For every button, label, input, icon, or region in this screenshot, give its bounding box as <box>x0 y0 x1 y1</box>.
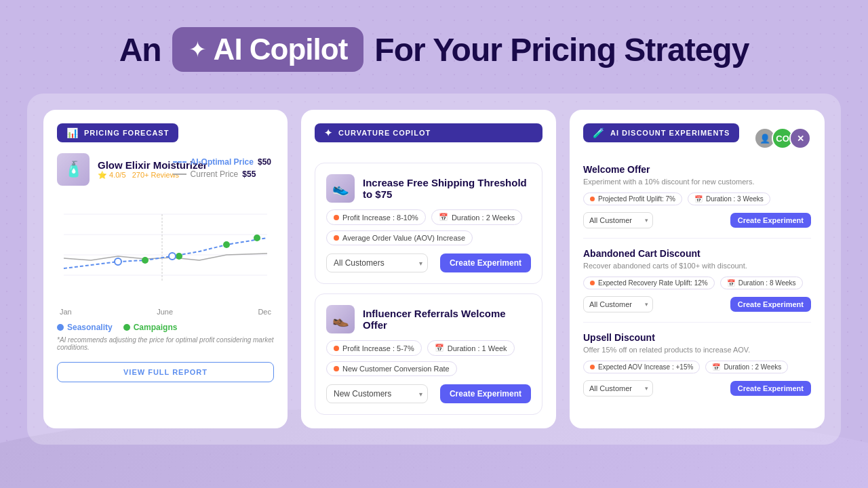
sparkle-icon: ✦ <box>189 37 207 62</box>
page-container: An ✦ AI Copilot For Your Pricing Strateg… <box>0 0 868 488</box>
upsell-dot1 <box>590 365 595 369</box>
forecast-icon: 📊 <box>66 127 79 138</box>
welcome-dot1 <box>590 197 595 201</box>
exp1-tags: Profit Increase : 8-10% 📅 Duration : 2 W… <box>326 209 531 245</box>
discount-header-row: 🧪 AI DISCOUNT EXPERIMENTS 👤 CO ✕ <box>583 123 811 153</box>
exp1-segment-select[interactable]: All Customers New Customers Returning Cu… <box>326 253 428 272</box>
discount-card: 🧪 AI DISCOUNT EXPERIMENTS 👤 CO ✕ Welcome… <box>570 110 825 428</box>
forecast-header-label: PRICING FORECAST <box>84 129 169 137</box>
exp1-create-button[interactable]: Create Experiment <box>440 253 531 272</box>
copilot-card-header: ✦ CURVATURE COPILOT <box>315 123 542 142</box>
abandoned-cart-desc: Recover abandoned carts of $100+ with di… <box>583 262 811 270</box>
seasonality-dot <box>57 324 64 331</box>
abandoned-cart-bottom: All Customer New Customer Create Experim… <box>583 296 811 312</box>
header-prefix: An <box>119 31 161 68</box>
welcome-segment-wrapper[interactable]: All Customer New Customer <box>583 212 653 228</box>
abandoned-dot1 <box>590 281 595 285</box>
welcome-tag-duration: 📅 Duration : 3 Weeks <box>688 192 770 205</box>
exp1-tag-profit: Profit Increase : 8-10% <box>326 209 426 225</box>
current-price-label: Current Price <box>191 169 239 179</box>
optimal-price-label: AI-Optimal Price <box>191 157 254 167</box>
welcome-offer-desc: Experiment with a 10% discount for new c… <box>583 178 811 186</box>
current-price-value: $55 <box>242 169 256 179</box>
copilot-header-label: CURVATURE COPILOT <box>338 129 431 137</box>
abandoned-tag-duration: 📅 Duration : 8 Weeks <box>720 277 803 289</box>
abandoned-segment-wrapper[interactable]: All Customer New Customer <box>583 296 653 312</box>
upsell-title: Upsell Discount <box>583 332 811 343</box>
svg-point-6 <box>223 241 230 248</box>
chart-legend: Seasonality Campaigns <box>57 323 274 332</box>
exp2-tags: Profit Increase : 5-7% 📅 Duration : 1 We… <box>326 340 531 376</box>
exp2-segment-wrapper[interactable]: New Customers All Customers Returning Cu… <box>326 384 428 403</box>
exp1-tag-duration: 📅 Duration : 2 Weeks <box>431 209 522 225</box>
exp2-title: Influencer Referrals Welcome Offer <box>363 308 531 331</box>
exp2-tag-conversion: New Customer Conversion Rate <box>326 361 457 376</box>
upsell-bottom: All Customer New Customer Create Experim… <box>583 380 811 396</box>
copilot-card: ✦ CURVATURE COPILOT 👟 Increase Free Ship… <box>301 110 556 428</box>
exp2-create-button[interactable]: Create Experiment <box>440 384 531 403</box>
chart-labels: Jan June Dec <box>57 308 274 316</box>
abandoned-segment-select[interactable]: All Customer New Customer <box>583 296 653 312</box>
optimal-price-line <box>173 161 186 163</box>
welcome-offer-bottom: All Customer New Customer Create Experim… <box>583 212 811 228</box>
seasonality-legend: Seasonality <box>57 323 113 332</box>
exp2-product-image: 👞 <box>326 305 355 333</box>
ai-badge: ✦ AI Copilot <box>172 27 364 72</box>
welcome-tag-profit: Projected Profit Uplift: 7% <box>583 192 682 205</box>
welcome-create-button[interactable]: Create Experiment <box>730 213 811 228</box>
exp2-bottom-row: New Customers All Customers Returning Cu… <box>326 384 531 403</box>
exp1-dot1 <box>334 215 339 220</box>
exp2-dot1 <box>334 346 339 351</box>
view-report-button[interactable]: VIEW FULL REPORT <box>57 362 274 382</box>
upsell-tags: Expected AOV Increase : +15% 📅 Duration … <box>583 361 811 373</box>
svg-point-5 <box>176 253 182 260</box>
header-suffix: For Your Pricing Strategy <box>374 31 749 68</box>
welcome-offer-title: Welcome Offer <box>583 164 811 175</box>
exp2-product-row: 👞 Influencer Referrals Welcome Offer <box>326 305 531 333</box>
upsell-tag-duration: 📅 Duration : 2 Weeks <box>705 361 788 373</box>
exp2-tag-duration: 📅 Duration : 1 Week <box>427 340 515 356</box>
abandoned-cart-tags: Expected Recovery Rate Uplift: 12% 📅 Dur… <box>583 277 811 289</box>
welcome-segment-select[interactable]: All Customer New Customer <box>583 212 653 228</box>
campaigns-legend: Campaigns <box>123 323 178 332</box>
forecast-card-header: 📊 PRICING FORECAST <box>57 123 178 142</box>
upsell-segment-select[interactable]: All Customer New Customer <box>583 380 653 396</box>
exp2-dot2 <box>334 366 339 371</box>
chart-svg <box>57 194 274 302</box>
cards-wrapper: 📊 PRICING FORECAST AI-Optimal Price $50 … <box>27 94 841 445</box>
discount-header-label: AI DISCOUNT EXPERIMENTS <box>610 129 730 137</box>
avatar-3: ✕ <box>789 127 811 149</box>
exp2-tag-profit: Profit Increase : 5-7% <box>326 340 422 356</box>
experiment-block-2: 👞 Influencer Referrals Welcome Offer Pro… <box>315 293 542 415</box>
copilot-icon: ✦ <box>324 127 333 138</box>
exp1-tag-aov: Average Order Value (AOV) Increase <box>326 230 473 245</box>
price-chart <box>57 194 274 302</box>
discount-card-header: 🧪 AI DISCOUNT EXPERIMENTS <box>583 123 739 142</box>
chart-label-dec: Dec <box>258 308 271 316</box>
avatar-group: 👤 CO ✕ <box>754 127 811 149</box>
upsell-segment-wrapper[interactable]: All Customer New Customer <box>583 380 653 396</box>
current-price-line <box>173 174 186 175</box>
chart-label-june: June <box>157 308 173 316</box>
upsell-discount-section: Upsell Discount Offer 15% off on related… <box>583 332 811 396</box>
exp1-title: Increase Free Shipping Threshold to $75 <box>363 177 531 200</box>
abandoned-create-button[interactable]: Create Experiment <box>730 297 811 312</box>
optimal-price-legend: AI-Optimal Price $50 <box>173 157 271 167</box>
abandoned-cart-section: Abandoned Cart Discount Recover abandone… <box>583 248 811 323</box>
exp2-segment-select[interactable]: New Customers All Customers Returning Cu… <box>326 384 428 403</box>
svg-point-9 <box>169 253 176 260</box>
welcome-offer-tags: Projected Profit Uplift: 7% 📅 Duration :… <box>583 192 811 205</box>
product-image: 🧴 <box>57 153 90 186</box>
exp1-product-image: 👟 <box>326 174 355 203</box>
chart-label-jan: Jan <box>60 308 72 316</box>
exp1-dot2 <box>334 235 339 241</box>
svg-point-8 <box>115 258 121 265</box>
upsell-create-button[interactable]: Create Experiment <box>730 381 811 396</box>
discount-icon: 🧪 <box>593 127 605 138</box>
exp1-bottom-row: All Customers New Customers Returning Cu… <box>326 253 531 272</box>
exp1-segment-wrapper[interactable]: All Customers New Customers Returning Cu… <box>326 253 428 272</box>
page-header: An ✦ AI Copilot For Your Pricing Strateg… <box>119 27 749 72</box>
abandoned-tag-recovery: Expected Recovery Rate Uplift: 12% <box>583 277 715 289</box>
pricing-forecast-card: 📊 PRICING FORECAST AI-Optimal Price $50 … <box>43 110 288 428</box>
campaigns-dot <box>123 324 130 331</box>
